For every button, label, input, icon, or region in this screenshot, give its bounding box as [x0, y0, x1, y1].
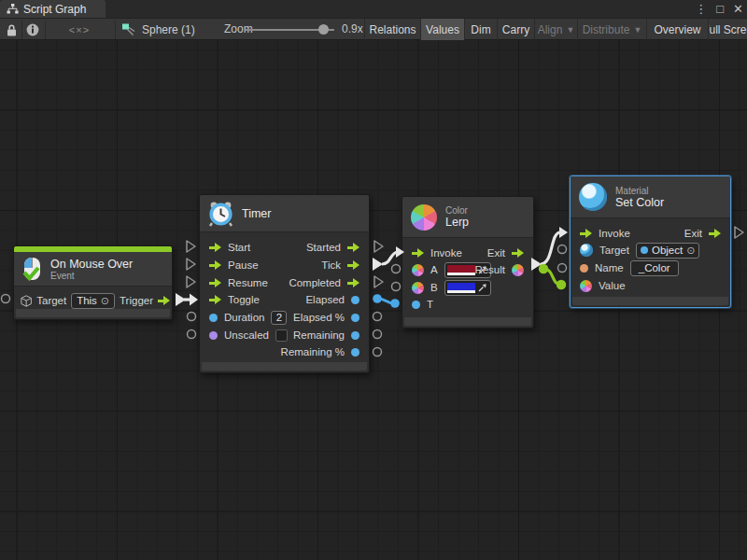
distribute-label: Distribute — [583, 23, 630, 36]
port-start[interactable]: Start — [209, 239, 250, 256]
trigger-output-port[interactable] — [158, 296, 170, 305]
zoom-value: 0.9x — [342, 22, 363, 35]
color-b-value — [447, 283, 475, 293]
lock-icon — [7, 24, 17, 36]
menu-icon[interactable]: ⋮ — [695, 2, 707, 16]
material-sphere-icon — [579, 183, 607, 211]
color-port-icon[interactable] — [412, 264, 424, 276]
control-input-port[interactable] — [209, 295, 221, 304]
port-target[interactable]: Target Object ⊙ — [580, 242, 699, 259]
control-output-port[interactable] — [347, 260, 359, 270]
dim-button[interactable]: Dim — [464, 19, 497, 41]
port-label: Tick — [321, 259, 341, 271]
material-port-icon[interactable] — [580, 244, 593, 257]
color-port-icon[interactable] — [412, 282, 424, 294]
port-exit[interactable]: Exit — [487, 245, 524, 261]
value-output-port[interactable] — [351, 331, 359, 340]
port-completed[interactable]: Completed — [289, 274, 359, 291]
port-label: Result — [474, 264, 505, 275]
string-input-port[interactable] — [580, 264, 588, 273]
name-field[interactable]: _Color — [630, 260, 679, 276]
maximize-icon[interactable]: □ — [716, 2, 724, 16]
color-output-port[interactable] — [512, 264, 524, 276]
control-input-port[interactable] — [209, 260, 221, 270]
node-header: On Mouse Over Event — [14, 252, 172, 287]
port-elapsed[interactable]: Elapsed — [305, 291, 359, 308]
target-object-field[interactable]: Object ⊙ — [636, 243, 699, 259]
port-pause[interactable]: Pause — [209, 257, 259, 273]
distribute-dropdown[interactable]: Distribute ▼ — [577, 19, 646, 41]
port-name[interactable]: Name _Color — [580, 259, 679, 276]
port-unscaled[interactable]: Unscaled — [209, 327, 288, 343]
port-duration[interactable]: Duration 2 — [209, 309, 287, 326]
node-set-color[interactable]: Material Set Color Invoke Exit Target Ob… — [570, 175, 731, 308]
value-input-port[interactable] — [209, 314, 218, 322]
target-field[interactable]: This ⊙ — [71, 293, 115, 309]
object-picker-icon[interactable]: ⊙ — [686, 245, 695, 257]
color-wheel-icon — [411, 204, 437, 231]
node-timer[interactable]: Timer Start Pause Resume Toggle Duration… — [199, 194, 370, 373]
color-b-swatch[interactable] — [444, 280, 491, 296]
overview-button[interactable]: Overview — [646, 19, 708, 41]
port-label: Invoke — [430, 247, 462, 259]
control-input-port[interactable] — [209, 278, 221, 287]
duration-field[interactable]: 2 — [271, 311, 287, 325]
graph-icon — [7, 4, 19, 15]
port-invoke[interactable]: Invoke — [580, 225, 630, 242]
graph-pointer-icon — [121, 22, 136, 37]
fullscreen-button[interactable]: Full Screen — [708, 19, 747, 41]
values-button[interactable]: Values — [420, 19, 464, 41]
port-remaining[interactable]: Remaining — [293, 327, 359, 343]
port-toggle[interactable]: Toggle — [209, 291, 260, 308]
value-input-port[interactable] — [209, 331, 218, 340]
port-b[interactable]: B — [412, 279, 491, 296]
edit-code-button[interactable]: <×> — [67, 19, 92, 41]
carry-button[interactable]: Carry — [497, 19, 534, 41]
selection-context[interactable]: Sphere (1) — [121, 19, 195, 41]
port-tick[interactable]: Tick — [321, 257, 359, 273]
port-value[interactable]: Value — [580, 277, 626, 294]
control-input-port[interactable] — [209, 243, 221, 252]
gameobject-cube-icon — [21, 294, 32, 308]
info-button[interactable] — [24, 19, 41, 41]
align-dropdown[interactable]: Align ▼ — [534, 19, 577, 41]
port-label: Invoke — [599, 228, 630, 239]
port-label: Start — [228, 242, 250, 253]
value-input-port[interactable] — [412, 301, 420, 309]
value-output-port[interactable] — [351, 314, 359, 322]
window-controls: ⋮ □ ✕ — [695, 0, 743, 18]
node-footer — [572, 297, 728, 305]
port-label: Exit — [487, 247, 505, 259]
relations-button[interactable]: Relations — [364, 19, 420, 41]
port-label: A — [430, 264, 438, 275]
graph-toolbar: <×> Sphere (1) Zoom 0.9x Relations Value… — [0, 18, 747, 40]
port-resume[interactable]: Resume — [209, 274, 268, 291]
control-output-port[interactable] — [347, 278, 359, 287]
port-started[interactable]: Started — [306, 239, 359, 256]
tab-script-graph[interactable]: Script Graph — [0, 0, 106, 18]
trigger-port-label: Trigger — [120, 295, 153, 306]
script-graph-window: Script Graph ⋮ □ ✕ <×> — [0, 0, 747, 560]
close-icon[interactable]: ✕ — [733, 2, 743, 16]
control-output-port[interactable] — [512, 248, 524, 258]
port-exit[interactable]: Exit — [684, 225, 721, 242]
object-picker-icon[interactable]: ⊙ — [101, 295, 109, 307]
port-t[interactable]: T — [412, 296, 433, 313]
value-output-port[interactable] — [351, 296, 359, 304]
node-color-lerp[interactable]: Color Lerp Invoke Exit A Result B — [402, 196, 534, 329]
node-on-mouse-over[interactable]: On Mouse Over Event Target This ⊙ Trigge… — [13, 245, 173, 320]
color-input-port[interactable] — [580, 280, 592, 292]
control-input-port[interactable] — [412, 248, 424, 258]
port-result[interactable]: Result — [474, 261, 524, 278]
port-remaining-pct[interactable]: Remaining % — [281, 343, 359, 360]
lock-button[interactable] — [4, 19, 19, 41]
control-input-port[interactable] — [580, 229, 592, 238]
value-output-port[interactable] — [351, 348, 359, 357]
zoom-slider-handle[interactable] — [318, 24, 329, 35]
control-output-port[interactable] — [709, 229, 721, 238]
port-elapsed-pct[interactable]: Elapsed % — [293, 309, 359, 326]
unscaled-checkbox[interactable] — [275, 329, 288, 342]
port-invoke[interactable]: Invoke — [412, 245, 462, 261]
eyedropper-icon[interactable] — [475, 281, 490, 295]
control-output-port[interactable] — [347, 243, 359, 252]
